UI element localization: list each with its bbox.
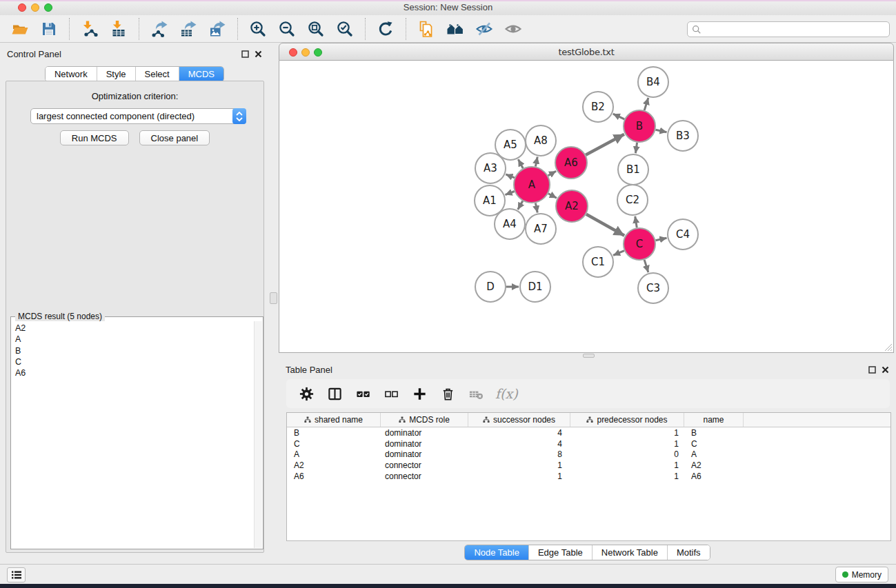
- table-row[interactable]: Cdominator41C: [287, 438, 890, 449]
- edge-A-A1[interactable]: [505, 192, 514, 195]
- tab-style[interactable]: Style: [97, 67, 135, 81]
- criterion-select[interactable]: largest connected component (directed): [30, 108, 246, 124]
- open-session-button[interactable]: [10, 19, 30, 39]
- new-network-from-file-button[interactable]: [416, 19, 437, 39]
- node-B2[interactable]: [583, 92, 613, 122]
- node-A8[interactable]: [526, 125, 556, 156]
- table-row[interactable]: A2connector11A2: [287, 460, 890, 471]
- tab-mcds[interactable]: MCDS: [179, 67, 223, 81]
- close-window-button[interactable]: [18, 3, 26, 12]
- zoom-in-button[interactable]: [248, 19, 268, 39]
- vertical-splitter-grip[interactable]: [270, 292, 277, 304]
- node-A3[interactable]: [475, 153, 506, 183]
- node-D1[interactable]: [520, 272, 550, 302]
- close-panel-icon[interactable]: [882, 366, 889, 374]
- node-B3[interactable]: [668, 121, 698, 151]
- edge-A-A6[interactable]: [548, 171, 557, 176]
- mcds-result-item[interactable]: A2: [12, 323, 253, 334]
- node-A5[interactable]: [495, 130, 526, 160]
- import-table-button[interactable]: [108, 19, 129, 39]
- edge-B-B4[interactable]: [644, 98, 648, 110]
- mcds-result-item[interactable]: C: [12, 356, 253, 367]
- edge-C-C1[interactable]: [613, 251, 624, 256]
- export-table-button[interactable]: [178, 19, 199, 39]
- node-A[interactable]: [514, 167, 550, 203]
- node-B[interactable]: [624, 110, 655, 142]
- node-C[interactable]: [624, 228, 655, 260]
- delete-table-button[interactable]: [467, 385, 485, 403]
- show-hide-button[interactable]: [503, 19, 524, 39]
- memory-button[interactable]: Memory: [835, 567, 888, 582]
- node-C3[interactable]: [638, 273, 668, 303]
- node-C4[interactable]: [668, 219, 698, 250]
- mcds-result-item[interactable]: A: [12, 334, 253, 345]
- mcds-result-list[interactable]: A2ABCA6: [12, 323, 253, 547]
- edge-A-A5[interactable]: [518, 159, 523, 168]
- refresh-button[interactable]: [375, 19, 396, 39]
- edge-C-C3[interactable]: [644, 260, 648, 272]
- node-C2[interactable]: [617, 185, 648, 215]
- delete-column-button[interactable]: [439, 385, 457, 403]
- import-network-button[interactable]: [79, 19, 100, 39]
- mcds-result-item[interactable]: A6: [12, 367, 253, 378]
- close-panel-button[interactable]: Close panel: [139, 130, 210, 145]
- edge-B-B3[interactable]: [655, 130, 666, 132]
- node-B1[interactable]: [618, 154, 648, 185]
- net-zoom-button[interactable]: [314, 48, 322, 57]
- close-panel-icon[interactable]: [255, 50, 262, 58]
- horizontal-splitter-grip[interactable]: [583, 354, 595, 358]
- node-D[interactable]: [475, 272, 506, 302]
- column-header-predecessor-nodes[interactable]: predecessor nodes: [570, 413, 684, 427]
- export-network-button[interactable]: [149, 19, 170, 39]
- tab-select[interactable]: Select: [135, 67, 179, 81]
- edge-A-A7[interactable]: [535, 203, 537, 212]
- edge-A2-C[interactable]: [586, 214, 624, 236]
- table-row[interactable]: Bdominator41B: [287, 427, 890, 438]
- column-header-successor-nodes[interactable]: successor nodes: [468, 413, 570, 427]
- net-close-button[interactable]: [289, 48, 297, 57]
- tab-network-table[interactable]: Network Table: [592, 545, 667, 560]
- function-builder-button[interactable]: f(x): [495, 386, 518, 401]
- settings-gear-button[interactable]: [297, 385, 315, 403]
- edge-B-B2[interactable]: [613, 114, 625, 119]
- resize-grip-icon[interactable]: [884, 343, 893, 352]
- node-A4[interactable]: [495, 209, 525, 239]
- table-row[interactable]: Adominator80A: [287, 449, 890, 460]
- edge-B-B1[interactable]: [635, 143, 637, 153]
- node-A2[interactable]: [556, 190, 588, 222]
- edge-A-A3[interactable]: [506, 174, 515, 178]
- mcds-result-item[interactable]: B: [12, 345, 253, 356]
- tab-motifs[interactable]: Motifs: [667, 545, 710, 560]
- minimize-window-button[interactable]: [31, 3, 39, 12]
- node-C1[interactable]: [583, 247, 613, 277]
- node-A7[interactable]: [526, 214, 556, 244]
- net-minimize-button[interactable]: [301, 48, 310, 57]
- column-header-shared-name[interactable]: shared name: [287, 413, 381, 427]
- select-all-button[interactable]: [354, 385, 372, 403]
- network-graph[interactable]: AA1A2A3A4A5A6A7A8BB1B2B3B4CC1C2C3C4DD1: [279, 61, 893, 352]
- columns-button[interactable]: [326, 385, 344, 403]
- zoom-fit-button[interactable]: [306, 19, 326, 39]
- edge-C-C4[interactable]: [655, 238, 666, 241]
- run-mcds-button[interactable]: Run MCDS: [60, 130, 129, 145]
- node-A6[interactable]: [555, 147, 587, 179]
- panel-list-button[interactable]: [7, 567, 26, 582]
- result-scrollbar[interactable]: [254, 321, 262, 548]
- float-panel-icon[interactable]: [868, 366, 876, 374]
- save-session-button[interactable]: [39, 19, 59, 39]
- export-image-button[interactable]: [207, 19, 228, 39]
- node-B4[interactable]: [638, 67, 668, 97]
- zoom-selected-button[interactable]: [335, 19, 355, 39]
- edge-A-A2[interactable]: [548, 194, 557, 198]
- float-panel-icon[interactable]: [241, 50, 249, 58]
- edge-A6-B[interactable]: [586, 134, 624, 155]
- tab-network[interactable]: Network: [46, 67, 97, 81]
- column-header-MCDS-role[interactable]: MCDS role: [381, 413, 468, 427]
- search-field[interactable]: [687, 21, 890, 37]
- cyndex-home-button[interactable]: [445, 19, 466, 39]
- zoom-window-button[interactable]: [44, 3, 52, 12]
- tab-node-table[interactable]: Node Table: [465, 545, 528, 560]
- edge-A-A8[interactable]: [535, 157, 537, 167]
- graphics-details-button[interactable]: [474, 19, 495, 39]
- table-row[interactable]: A6connector11A6: [287, 471, 890, 482]
